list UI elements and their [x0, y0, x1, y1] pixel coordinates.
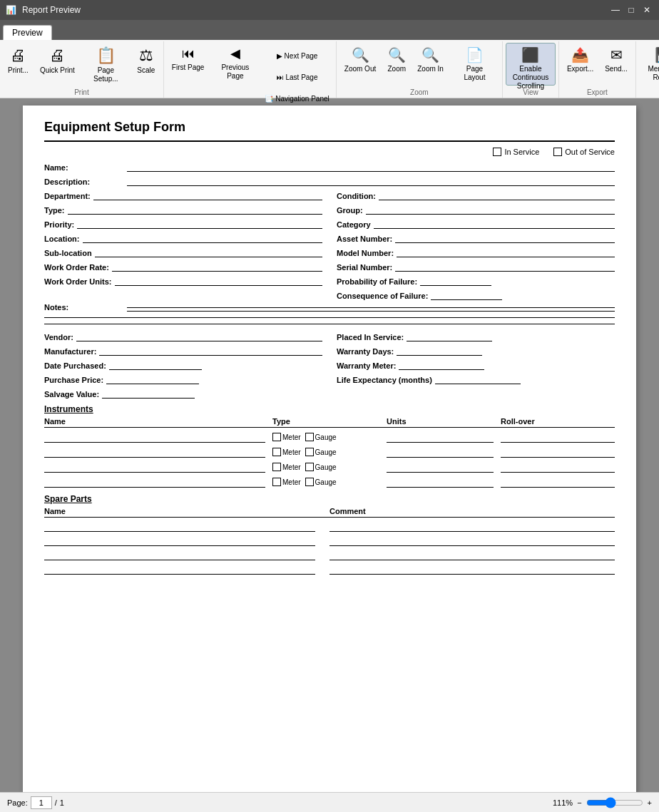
form-header-line	[44, 140, 615, 142]
tab-preview[interactable]: Preview	[3, 25, 52, 40]
warranty-meter-field[interactable]	[399, 359, 484, 370]
description-field[interactable]	[127, 175, 615, 186]
spare-comment-4[interactable]	[330, 563, 615, 575]
spare-comment-3[interactable]	[330, 549, 615, 560]
type-field[interactable]	[68, 203, 322, 215]
units-field-1[interactable]	[387, 431, 494, 443]
page-setup-button[interactable]: 📋 Page Setup...	[81, 43, 131, 86]
meter-checkbox-4[interactable]	[272, 478, 281, 486]
notes-field-2[interactable]	[127, 311, 615, 312]
gauge-check-2[interactable]: Gauge	[305, 448, 337, 456]
gauge-checkbox-1[interactable]	[305, 433, 314, 441]
gauge-checkbox-2[interactable]	[305, 448, 314, 456]
department-field[interactable]	[93, 189, 322, 200]
work-order-rate-field[interactable]	[112, 260, 322, 272]
zoom-plus-icon[interactable]: +	[648, 798, 652, 807]
meter-check-3[interactable]: Meter	[272, 463, 301, 471]
serial-number-field[interactable]	[395, 260, 615, 272]
close-button[interactable]: ✕	[640, 4, 653, 16]
rollover-field-3[interactable]	[501, 461, 615, 473]
first-page-button[interactable]: ⏮ First Page	[167, 43, 210, 86]
meter-label-4: Meter	[282, 478, 301, 486]
in-service-checkbox[interactable]	[493, 148, 501, 156]
work-order-units-field[interactable]	[115, 274, 322, 286]
location-field[interactable]	[83, 232, 323, 243]
instrument-name-2[interactable]	[44, 446, 265, 458]
instrument-name-1[interactable]	[44, 431, 265, 443]
placed-in-service-field[interactable]	[407, 330, 492, 341]
print-button[interactable]: 🖨 Print...	[3, 43, 34, 86]
life-expectancy-row: Life Expectancy (months)	[337, 373, 615, 384]
spare-comment-2[interactable]	[330, 535, 615, 546]
model-number-field[interactable]	[397, 246, 615, 257]
group-field[interactable]	[366, 203, 615, 215]
spare-name-2[interactable]	[44, 535, 315, 546]
instrument-name-4[interactable]	[44, 476, 265, 488]
vendor-field[interactable]	[76, 330, 322, 341]
purchase-price-field[interactable]	[106, 373, 199, 384]
zoom-minus-icon[interactable]: −	[577, 798, 581, 807]
page-layout-button[interactable]: 📄 Page Layout	[450, 43, 499, 86]
meter-check-2[interactable]: Meter	[272, 448, 301, 456]
name-field[interactable]	[127, 160, 615, 172]
zoom-icon: 🔍	[388, 46, 406, 63]
manufacturer-field[interactable]	[99, 344, 322, 356]
probability-field[interactable]	[420, 274, 491, 286]
gauge-check-1[interactable]: Gauge	[305, 433, 337, 441]
memorize-report-button[interactable]: 💾 Memorize Report	[639, 43, 659, 86]
zoom-button[interactable]: 🔍 Zoom	[382, 43, 411, 86]
prev-page-button[interactable]: ◀ Previous Page	[210, 43, 260, 86]
meter-check-1[interactable]: Meter	[272, 433, 301, 441]
priority-field[interactable]	[77, 217, 322, 229]
meter-check-4[interactable]: Meter	[272, 478, 301, 486]
units-field-2[interactable]	[387, 446, 494, 458]
rollover-field-2[interactable]	[501, 446, 615, 458]
meter-label-2: Meter	[282, 448, 301, 456]
print-icon: 🖨	[10, 46, 26, 65]
condition-field[interactable]	[379, 189, 615, 200]
meter-checkbox-2[interactable]	[272, 448, 281, 456]
zoom-in-button[interactable]: 🔍 Zoom In	[412, 43, 449, 86]
maximize-button[interactable]: □	[625, 4, 638, 16]
rollover-field-1[interactable]	[501, 431, 615, 443]
quick-print-button[interactable]: 🖨 Quick Print	[35, 43, 80, 86]
date-purchased-field[interactable]	[109, 359, 202, 370]
export-button[interactable]: 📤 Export...	[562, 43, 598, 86]
units-field-3[interactable]	[387, 461, 494, 473]
instrument-name-3[interactable]	[44, 461, 265, 473]
current-page-input[interactable]	[31, 796, 52, 809]
last-page-button[interactable]: ⏭ Last Page	[261, 67, 332, 87]
spare-name-1[interactable]	[44, 520, 315, 532]
gauge-checkbox-3[interactable]	[305, 463, 314, 471]
salvage-value-field[interactable]	[102, 387, 195, 399]
out-of-service-checkbox[interactable]	[553, 148, 562, 156]
minimize-button[interactable]: —	[609, 4, 622, 16]
spare-name-3[interactable]	[44, 549, 315, 560]
send-button[interactable]: ✉ Send...	[600, 43, 633, 86]
life-expectancy-field[interactable]	[435, 373, 521, 384]
zoom-slider[interactable]	[586, 797, 643, 808]
meter-checkbox-1[interactable]	[272, 433, 281, 441]
probability-label: Probability of Failure:	[337, 277, 417, 286]
scale-button[interactable]: ⚖ Scale	[132, 43, 160, 86]
spare-comment-1[interactable]	[330, 520, 615, 532]
category-field[interactable]	[374, 217, 615, 229]
notes-field-1[interactable]	[127, 307, 615, 308]
enable-continuous-button[interactable]: ⬛ Enable Continuous Scrolling	[506, 43, 556, 86]
gauge-check-3[interactable]: Gauge	[305, 463, 337, 471]
next-page-button[interactable]: ▶ Next Page	[261, 46, 332, 66]
department-row: Department:	[44, 189, 322, 200]
units-field-4[interactable]	[387, 476, 494, 488]
asset-number-field[interactable]	[395, 232, 615, 243]
meter-checkbox-3[interactable]	[272, 463, 281, 471]
rollover-field-4[interactable]	[501, 476, 615, 488]
gauge-checkbox-4[interactable]	[305, 478, 314, 486]
gauge-check-4[interactable]: Gauge	[305, 478, 337, 486]
warranty-days-field[interactable]	[397, 344, 482, 356]
zoom-out-button[interactable]: 🔍 Zoom Out	[339, 43, 381, 86]
spare-name-4[interactable]	[44, 563, 315, 575]
consequence-field[interactable]	[431, 289, 502, 300]
spare-row-3	[44, 549, 615, 560]
first-page-label: First Page	[172, 63, 205, 72]
sublocation-field[interactable]	[95, 246, 322, 257]
